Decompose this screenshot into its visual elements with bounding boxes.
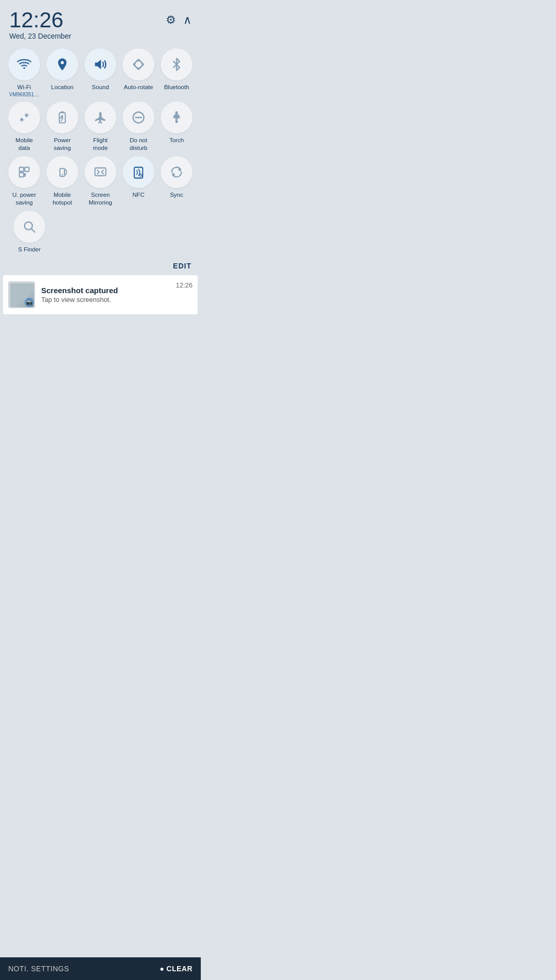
svg-rect-14: [25, 167, 29, 171]
flightmode-label: Flightmode: [93, 137, 108, 152]
sound-icon: [93, 57, 108, 72]
sfinder-icon: [22, 219, 37, 234]
svg-point-16: [62, 174, 63, 175]
svg-marker-2: [95, 60, 101, 70]
tile-sfinder[interactable]: S Finder: [11, 211, 47, 254]
tile-row-4: S Finder: [5, 211, 196, 254]
svg-rect-10: [176, 111, 178, 114]
screenmirroring-label: ScreenMirroring: [89, 191, 112, 207]
powersaving-label: Powersaving: [54, 137, 71, 152]
tile-mobilehotspot-circle: [46, 156, 78, 188]
torch-label: Torch: [169, 137, 184, 144]
svg-rect-7: [61, 111, 64, 112]
tile-bluetooth-circle: [161, 48, 193, 80]
tile-mobiledata[interactable]: Mobiledata: [6, 102, 42, 152]
sync-label: Sync: [170, 191, 183, 199]
tile-flightmode-circle: [84, 102, 116, 133]
mobiledata-icon: [17, 110, 31, 125]
tile-powersaving[interactable]: Powersaving: [44, 102, 80, 152]
tile-sound[interactable]: Sound: [82, 48, 118, 97]
svg-rect-11: [176, 118, 178, 123]
notif-camera-icon: 📷: [25, 298, 34, 307]
wifi-sublabel: VM968351…: [9, 92, 39, 97]
tile-bluetooth[interactable]: Bluetooth: [159, 48, 195, 97]
wifi-icon: [17, 57, 31, 72]
notif-content: Screenshot captured Tap to view screensh…: [41, 286, 169, 303]
tile-torch[interactable]: Torch: [159, 102, 195, 152]
tile-row-3: U. powersaving Mobilehotspot: [5, 156, 196, 207]
svg-point-1: [61, 61, 64, 64]
tile-sfinder-circle: [13, 211, 45, 243]
tile-nfc[interactable]: NFC: [120, 156, 157, 207]
svg-line-21: [31, 229, 34, 232]
tile-autorotate[interactable]: Auto-rotate: [120, 48, 157, 97]
powersaving-icon: [55, 110, 70, 125]
sync-icon: [169, 165, 184, 179]
autorotate-label: Auto-rotate: [124, 83, 153, 91]
tile-wifi[interactable]: Wi-Fi VM968351…: [6, 48, 42, 97]
mobilehotspot-label: Mobilehotspot: [53, 191, 72, 207]
svg-point-0: [23, 67, 25, 69]
sfinder-label: S Finder: [18, 246, 40, 254]
notif-body: Tap to view screenshot.: [41, 296, 169, 303]
tile-upowersaving[interactable]: U. powersaving: [6, 156, 42, 207]
tile-location[interactable]: Location: [44, 48, 80, 97]
tile-row-2: Mobiledata Powersaving Flightmode: [5, 102, 196, 152]
header: 12:26 Wed, 23 December ⚙ ∧: [0, 0, 201, 45]
quick-tiles: Wi-Fi VM968351… Location Sound: [0, 45, 201, 254]
tile-torch-circle: [161, 102, 193, 133]
notif-time: 12:26: [176, 281, 193, 289]
header-icons: ⚙ ∧: [166, 9, 192, 27]
upowersaving-icon: [17, 165, 31, 179]
mobiledata-label: Mobiledata: [15, 137, 33, 152]
tile-sync-circle: [161, 156, 193, 188]
tile-sync[interactable]: Sync: [159, 156, 195, 207]
bluetooth-icon: [169, 57, 184, 72]
autorotate-icon: [131, 57, 146, 72]
sound-label: Sound: [92, 83, 109, 91]
notif-thumbnail: 📷: [8, 281, 35, 308]
wifi-label: Wi-Fi: [18, 83, 31, 91]
tile-autorotate-circle: [123, 48, 154, 80]
nfc-icon: [131, 165, 146, 179]
upowersaving-label: U. powersaving: [12, 191, 36, 207]
time-block: 12:26 Wed, 23 December: [9, 9, 71, 40]
date-label: Wed, 23 December: [9, 32, 71, 40]
notification-card[interactable]: 📷 Screenshot captured Tap to view screen…: [3, 275, 198, 314]
tile-upowersaving-circle: [8, 156, 40, 188]
donotdisturb-icon: [131, 110, 146, 125]
tile-powersaving-circle: [46, 102, 78, 133]
settings-icon[interactable]: ⚙: [166, 13, 176, 27]
flightmode-icon: [93, 110, 108, 125]
tile-mobilehotspot[interactable]: Mobilehotspot: [44, 156, 80, 207]
nfc-label: NFC: [132, 191, 145, 199]
location-icon: [55, 57, 70, 72]
notif-title: Screenshot captured: [41, 286, 169, 295]
edit-row: EDIT: [0, 258, 201, 272]
tile-screenmirroring[interactable]: ScreenMirroring: [82, 156, 118, 207]
bluetooth-label: Bluetooth: [164, 83, 189, 91]
collapse-icon[interactable]: ∧: [183, 13, 192, 27]
svg-rect-12: [20, 167, 24, 171]
tile-wifi-circle: [8, 48, 40, 80]
tile-donotdisturb-circle: [123, 102, 154, 133]
clock-time: 12:26: [9, 9, 71, 31]
tile-screenmirroring-circle: [84, 156, 116, 188]
mobilehotspot-icon: [55, 165, 70, 179]
tile-nfc-circle: [123, 156, 154, 188]
screenmirroring-icon: [93, 165, 108, 179]
donotdisturb-label: Do notdisturb: [130, 137, 148, 152]
svg-rect-15: [60, 168, 64, 176]
tile-location-circle: [46, 48, 78, 80]
tile-flightmode[interactable]: Flightmode: [82, 102, 118, 152]
tile-row-1: Wi-Fi VM968351… Location Sound: [5, 48, 196, 97]
tile-sound-circle: [84, 48, 116, 80]
edit-button[interactable]: EDIT: [173, 262, 192, 270]
svg-rect-13: [20, 173, 24, 177]
tile-mobiledata-circle: [8, 102, 40, 133]
tile-donotdisturb[interactable]: Do notdisturb: [120, 102, 157, 152]
location-label: Location: [51, 83, 73, 91]
torch-icon: [169, 110, 184, 125]
svg-rect-17: [95, 168, 106, 176]
